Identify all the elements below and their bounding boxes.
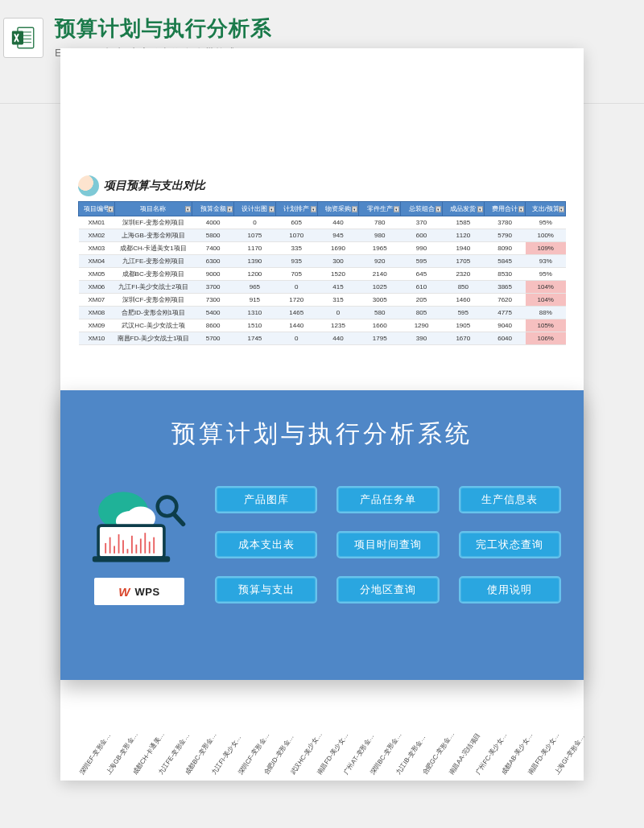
filter-dropdown-icon[interactable]: ▾ [311,206,316,212]
nav-button[interactable]: 成本支出表 [215,531,317,558]
filter-dropdown-icon[interactable]: ▾ [436,206,441,212]
cell-value: 5700 [192,332,234,345]
column-label: 零件生产 [367,205,393,212]
svg-rect-5 [12,31,23,44]
filter-dropdown-icon[interactable]: ▾ [394,206,399,212]
filter-dropdown-icon[interactable]: ▾ [185,206,191,212]
cell-value: 1670 [442,332,484,345]
cell-value: 605 [275,216,317,229]
filter-dropdown-icon[interactable]: ▾ [477,206,483,212]
cell-name: 九江FE-变形金刚项目 [114,255,192,268]
column-label: 设计出图 [242,205,267,212]
nav-button[interactable]: 项目时间查询 [336,531,439,558]
column-label: 预算金额 [200,205,226,212]
cell-value: 9000 [192,268,234,281]
cell-value: 595 [401,255,443,268]
cell-value: 3780 [484,216,526,229]
cell-value: 440 [317,332,359,345]
table-row: XM09武汉HC-美少女战士项8600151014401235166012901… [79,319,566,332]
column-header[interactable]: 支出/预算▾ [526,202,566,216]
cell-value: 5845 [484,255,526,268]
cell-ratio: 88% [526,307,566,319]
nav-button[interactable]: 分地区查询 [336,576,439,603]
nav-button[interactable]: 产品图库 [215,486,317,513]
cell-value: 1460 [442,294,484,307]
cell-ratio: 93% [526,255,566,268]
cell-name: 南昌FD-美少女战士1项目 [114,332,192,345]
cell-value: 440 [317,216,359,229]
cell-value: 8600 [192,319,234,332]
table-row: XM06九江FI-美少女战士2项目37009650415102561085038… [79,281,566,294]
nav-button[interactable]: 使用说明 [459,576,561,603]
cell-value: 9040 [484,319,526,332]
column-header[interactable]: 项目编号▾ [79,202,115,216]
column-header[interactable]: 设计出图▾ [234,202,276,216]
cell-value: 580 [359,307,401,319]
cell-value: 370 [401,216,443,229]
cell-value: 5800 [192,229,234,242]
category-axis-labels: 深圳EF-变形金…上海GB-变形金…成都CH-卡通美…九江FE-变形金…成都BC… [78,704,566,777]
column-header[interactable]: 物资采购▾ [317,202,359,216]
svg-line-10 [174,514,184,525]
table-row: XM08合肥ID-变形金刚1项目540013101465058080559547… [79,307,566,319]
column-label: 物资采购 [325,205,351,212]
cell-value: 610 [401,281,443,294]
cell-value: 0 [275,281,317,294]
nav-button[interactable]: 生产信息表 [459,486,561,513]
cell-value: 1025 [359,281,401,294]
cell-name: 上海GB-变形金刚项目 [114,229,192,242]
cell-value: 0 [317,307,359,319]
filter-dropdown-icon[interactable]: ▾ [227,206,233,212]
cell-value: 390 [401,332,443,345]
filter-dropdown-icon[interactable]: ▾ [108,206,114,212]
cell-name: 成都CH-卡通美女1项目 [114,242,192,255]
cell-value: 7400 [192,242,234,255]
cell-value: 990 [401,242,443,255]
filter-dropdown-icon[interactable]: ▾ [352,206,357,212]
filter-dropdown-icon[interactable]: ▾ [518,206,524,212]
cell-value: 1905 [442,319,484,332]
cell-value: 2320 [442,268,484,281]
nav-button[interactable]: 完工状态查询 [459,531,561,558]
svg-rect-12 [93,556,170,562]
nav-button[interactable]: 产品任务单 [336,486,439,513]
cell-value: 1720 [275,294,317,307]
cell-value: 3005 [359,294,401,307]
cell-value: 1440 [275,319,317,332]
cell-code: XM01 [79,216,115,229]
column-header[interactable]: 计划排产▾ [275,202,317,216]
cell-value: 920 [359,255,401,268]
filter-dropdown-icon[interactable]: ▾ [559,206,564,212]
document-page: 项目预算与支出对比 项目编号▾项目名称▾预算金额▾设计出图▾计划排产▾物资采购▾… [60,48,584,781]
column-header[interactable]: 项目名称▾ [114,202,192,216]
table-row: XM10南昌FD-美少女战士1项目57001745044017953901670… [79,332,566,345]
nav-button[interactable]: 预算与支出 [215,576,317,603]
cell-name: 九江FI-美少女战士2项目 [114,281,192,294]
column-header[interactable]: 费用合计▾ [484,202,526,216]
cell-value: 1705 [442,255,484,268]
table-row: XM02上海GB-变形金刚项目5800107510709459806001120… [79,229,566,242]
dashboard-illustration: W WPS [83,486,196,605]
template-title: 预算计划与执行分析系 [55,14,272,43]
cell-ratio: 104% [526,294,566,307]
table-row: XM03成都CH-卡通美女1项目740011703351690196599019… [79,242,566,255]
column-header[interactable]: 成品发货▾ [442,202,484,216]
cell-code: XM03 [79,242,115,255]
cell-code: XM05 [79,268,115,281]
system-menu-card: 预算计划与执行分析系统 [60,390,584,680]
column-header[interactable]: 零件生产▾ [359,202,401,216]
cell-value: 8530 [484,268,526,281]
column-header[interactable]: 总装组合▾ [401,202,443,216]
column-header[interactable]: 预算金额▾ [192,202,234,216]
cell-value: 965 [234,281,276,294]
cell-value: 4775 [484,307,526,319]
cell-value: 5400 [192,307,234,319]
cell-value: 1310 [234,307,276,319]
filter-dropdown-icon[interactable]: ▾ [269,206,275,212]
cell-ratio: 95% [526,216,566,229]
system-title: 预算计划与执行分析系统 [83,418,561,451]
table-row: XM05成都BC-变形金刚项目9000120070515202140645232… [79,268,566,281]
cell-value: 1965 [359,242,401,255]
cell-value: 6300 [192,255,234,268]
cell-value: 1795 [359,332,401,345]
